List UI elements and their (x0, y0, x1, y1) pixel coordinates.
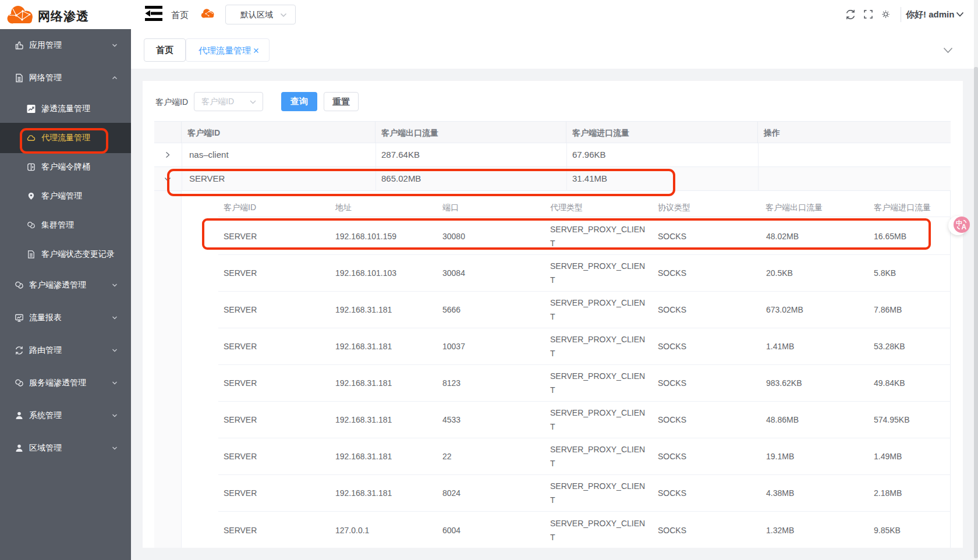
svg-text:A: A (962, 223, 967, 231)
